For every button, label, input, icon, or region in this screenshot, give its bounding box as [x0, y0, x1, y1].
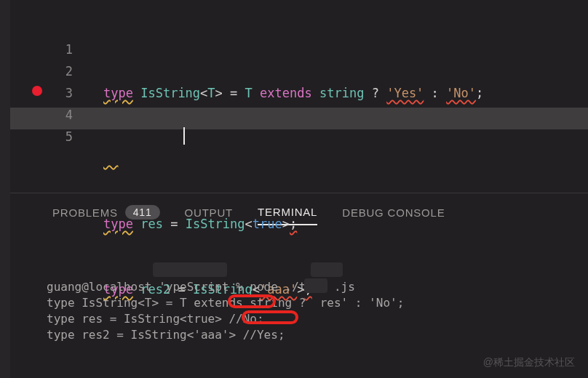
watermark-text: @稀土掘金技术社区: [483, 356, 575, 369]
code-line-2[interactable]: [103, 148, 588, 169]
line-number: 5: [65, 126, 73, 148]
app-root: 1 2 3 4 5 type IsString<T> = T extends s…: [0, 0, 588, 378]
keyword-extends: extends: [260, 86, 312, 100]
semicolon: ;: [476, 86, 483, 100]
main-column: 1 2 3 4 5 type IsString<T> = T extends s…: [10, 0, 588, 378]
blank-squiggle: [103, 151, 118, 166]
terminal-line: type IsString<T> = T extends string ? re…: [47, 296, 404, 310]
code-line-1[interactable]: type IsString<T> = T extends string ? 'Y…: [103, 82, 588, 104]
terminal-output[interactable]: guang@localhost 'ypeScript % node ./te .…: [10, 225, 588, 378]
code-editor[interactable]: 1 2 3 4 5 type IsString<T> = T extends s…: [10, 0, 588, 193]
colon: :: [432, 86, 439, 100]
keyword-type: type: [103, 86, 133, 100]
editor-gutter[interactable]: 1 2 3 4 5: [10, 18, 90, 193]
string-yes: 'Yes': [386, 86, 424, 100]
line-numbers: 1 2 3 4 5: [65, 39, 73, 148]
editor-cursor: [183, 127, 185, 145]
line-number: 3: [65, 82, 73, 104]
annotation-circle-yes: [242, 310, 298, 324]
redaction-smudge: [311, 262, 343, 277]
terminal-line: type res = IsString<true> //No;: [47, 312, 264, 326]
type-string: string: [319, 86, 364, 100]
redaction-smudge: [153, 262, 227, 277]
generic-T: T: [207, 86, 215, 100]
generic-T: T: [245, 86, 253, 100]
type-name: IsString: [140, 86, 200, 100]
qmark: ?: [372, 86, 379, 100]
line-number: 2: [65, 60, 73, 82]
equals: =: [230, 86, 237, 100]
line-number: 1: [65, 39, 73, 60]
breakpoint-dot[interactable]: [32, 86, 42, 96]
line-number: 4: [65, 104, 73, 126]
annotation-circle-no: [228, 294, 276, 308]
terminal-line: type res2 = IsString<'aaa'> //Yes;: [47, 328, 285, 342]
editor-left-rail: [0, 0, 10, 378]
code-area[interactable]: type IsString<T> = T extends string ? 'Y…: [90, 18, 588, 193]
string-no: 'No': [446, 86, 476, 100]
redaction-smudge: [304, 278, 327, 293]
